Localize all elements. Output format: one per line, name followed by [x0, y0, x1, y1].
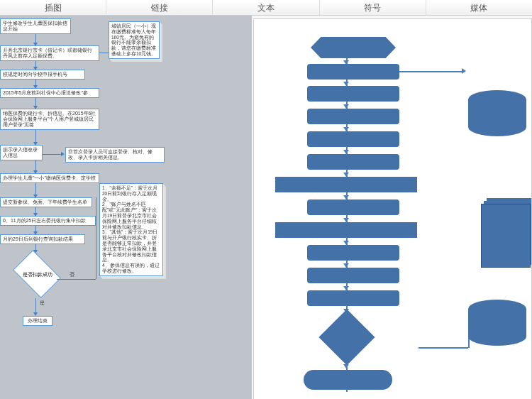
tab-illustration[interactable]: 插图 [0, 0, 106, 15]
decision-no: 否 [70, 271, 74, 278]
shape-process-5[interactable] [307, 154, 399, 170]
flow-note-1: 城镇居民（一小）现在缴费标准每人每年160元。为避免有的银行不能零余额扣款，请您… [109, 21, 160, 59]
ribbon-tabs: 插图 链接 文本 符号 媒体 [0, 0, 532, 16]
flow-note-3: 1、"余额不足"：需于次月20日前到银行存入足额现金。 2、"账户与姓名不匹配"… [99, 183, 163, 276]
thumbnail-panel[interactable]: 学生修改学生儿童医保扣款信息开始 开具北京银行京卡（借记卡）或都储银行丹凤之前存… [0, 16, 252, 399]
slide-canvas[interactable] [253, 18, 532, 399]
shape-process-1[interactable] [307, 64, 399, 80]
tab-symbols[interactable]: 符号 [320, 0, 426, 15]
flow-step-3: 2015年5月底前到社保中心报送修改"参 [0, 88, 99, 98]
shape-process-wide-1[interactable] [275, 177, 417, 192]
tab-media[interactable]: 媒体 [426, 0, 532, 15]
tab-links[interactable]: 链接 [106, 0, 213, 15]
flow-step-4: 纳医保费的银行卡、折信息、在2015年6社会保险网上服务平台"个人用户登城镇居民… [0, 109, 99, 130]
flow-decision: 是否扣款成功 [13, 250, 61, 298]
shape-terminator-top[interactable] [311, 37, 396, 58]
flow-step-2: 校规定时间向学校申报手机号 [0, 70, 85, 80]
flow-step-1: 开具北京银行京卡（借记卡）或都储银行丹凤之前存入足额保费。 [0, 45, 99, 61]
workspace: 学生修改学生儿童医保扣款信息开始 开具北京银行京卡（借记卡）或都储银行丹凤之前存… [0, 16, 532, 399]
shape-decision[interactable] [318, 309, 375, 365]
shape-process-4[interactable] [307, 131, 399, 147]
flow-step-9: 月的29日后到银行查询扣款结果 [0, 234, 85, 244]
flow-step-8: 0、11月的25日左右委托银行集中扣款 [0, 216, 96, 226]
shape-process-7[interactable] [307, 245, 399, 261]
shape-process-wide-2[interactable] [275, 222, 417, 238]
shape-terminator-bottom[interactable] [304, 370, 392, 390]
shape-doc-stack[interactable] [481, 204, 531, 268]
shape-process-8[interactable] [307, 268, 399, 283]
shape-process-9[interactable] [307, 290, 399, 306]
flow-step-7: 提交新参保、免面、下年续费学生名单 [0, 197, 92, 207]
shape-process-6[interactable] [307, 200, 399, 215]
flow-start: 学生修改学生儿童医保扣款信息开始 [0, 18, 71, 34]
shape-process-2[interactable] [307, 86, 399, 102]
tab-text[interactable]: 文本 [213, 0, 319, 15]
shape-database-1[interactable] [468, 90, 526, 136]
shape-process-3[interactable] [307, 109, 399, 124]
decision-yes: 是 [40, 300, 45, 307]
flow-step-5: 据示录入信改录入信息 [0, 145, 43, 160]
flow-end: 办理结束 [23, 316, 52, 326]
flow-step-6: 办理学生儿童"一小"缴纳医保费卡、定学校 [0, 173, 99, 183]
flow-note-2: 非首次登录人员可直接登录、核对、修改、录入卡折相关信息。 [65, 147, 165, 163]
shape-database-2[interactable] [468, 300, 526, 346]
